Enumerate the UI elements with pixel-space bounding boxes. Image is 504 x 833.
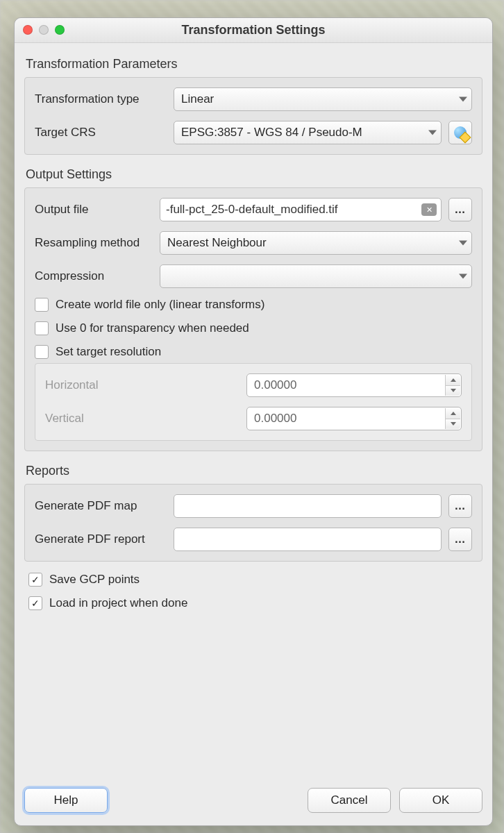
generate-pdf-report-input[interactable] xyxy=(174,528,442,551)
horizontal-resolution-label: Horizontal xyxy=(45,378,240,392)
transformation-type-dropdown[interactable]: Linear xyxy=(174,87,472,111)
browse-pdf-map-button[interactable]: … xyxy=(448,494,472,518)
output-file-input[interactable]: -full-pct_25-0-default_modified.tif ✕ xyxy=(160,198,442,221)
use-zero-transparency-label: Use 0 for transparency when needed xyxy=(56,321,249,335)
output-file-label: Output file xyxy=(35,203,153,217)
titlebar: Transformation Settings xyxy=(15,18,492,43)
resampling-method-dropdown[interactable]: Nearest Neighbour xyxy=(160,231,472,255)
zoom-window-button[interactable] xyxy=(55,25,65,35)
reports-group: Generate PDF map … Generate PDF report … xyxy=(24,484,482,562)
transformation-parameters-group: Transformation type Linear Target CRS EP… xyxy=(24,77,482,155)
horizontal-step-down-button[interactable] xyxy=(445,386,460,396)
browse-output-file-button[interactable]: … xyxy=(448,198,472,221)
compression-label: Compression xyxy=(35,269,153,283)
globe-icon xyxy=(454,126,467,139)
chevron-down-icon xyxy=(459,241,467,246)
minimize-window-button[interactable] xyxy=(39,25,49,35)
chevron-down-icon xyxy=(428,131,437,135)
transformation-type-label: Transformation type xyxy=(35,92,167,106)
save-gcp-checkbox[interactable]: ✓ xyxy=(28,573,42,587)
resampling-method-label: Resampling method xyxy=(35,236,153,250)
set-target-resolution-checkbox[interactable] xyxy=(35,345,49,359)
generate-pdf-map-input[interactable] xyxy=(174,494,442,518)
generate-pdf-map-label: Generate PDF map xyxy=(35,499,167,513)
vertical-resolution-input[interactable]: 0.00000 xyxy=(246,407,462,430)
transformation-settings-dialog: Transformation Settings Transformation P… xyxy=(14,17,493,826)
root-options: ✓ Save GCP points ✓ Load in project when… xyxy=(24,573,482,610)
cancel-button[interactable]: Cancel xyxy=(308,788,391,813)
horizontal-step-up-button[interactable] xyxy=(445,375,460,386)
select-crs-button[interactable] xyxy=(448,121,472,144)
chevron-down-icon xyxy=(459,97,467,102)
load-in-project-label: Load in project when done xyxy=(49,596,187,610)
target-crs-dropdown[interactable]: EPSG:3857 - WGS 84 / Pseudo-M xyxy=(174,121,442,144)
vertical-resolution-label: Vertical xyxy=(45,412,240,426)
create-world-file-checkbox[interactable] xyxy=(35,298,49,312)
create-world-file-label: Create world file only (linear transform… xyxy=(56,298,264,312)
target-crs-label: Target CRS xyxy=(35,126,167,140)
transformation-type-value: Linear xyxy=(181,92,214,106)
compression-dropdown[interactable] xyxy=(160,264,472,288)
target-resolution-group: Horizontal 0.00000 Vertical 0.00000 xyxy=(35,363,472,441)
output-settings-group: Output file -full-pct_25-0-default_modif… xyxy=(24,187,482,451)
chevron-down-icon xyxy=(459,274,467,279)
generate-pdf-report-label: Generate PDF report xyxy=(35,532,167,546)
window-title: Transformation Settings xyxy=(15,23,492,37)
horizontal-resolution-input[interactable]: 0.00000 xyxy=(246,373,462,397)
output-file-value: -full-pct_25-0-default_modified.tif xyxy=(166,203,338,217)
close-window-button[interactable] xyxy=(23,25,33,35)
use-zero-transparency-checkbox[interactable] xyxy=(35,321,49,335)
output-settings-title: Output Settings xyxy=(26,167,482,182)
vertical-resolution-value: 0.00000 xyxy=(254,412,296,426)
save-gcp-label: Save GCP points xyxy=(49,573,140,587)
window-controls xyxy=(23,25,65,35)
help-button[interactable]: Help xyxy=(24,788,108,813)
browse-pdf-report-button[interactable]: … xyxy=(448,528,472,551)
target-crs-value: EPSG:3857 - WGS 84 / Pseudo-M xyxy=(181,126,362,140)
set-target-resolution-label: Set target resolution xyxy=(56,345,161,359)
dialog-footer: Help Cancel OK xyxy=(15,778,492,825)
transformation-parameters-title: Transformation Parameters xyxy=(26,57,482,71)
clear-output-file-button[interactable]: ✕ xyxy=(421,203,437,216)
reports-title: Reports xyxy=(26,464,482,478)
resampling-method-value: Nearest Neighbour xyxy=(167,236,267,250)
load-in-project-checkbox[interactable]: ✓ xyxy=(28,596,42,610)
vertical-step-down-button[interactable] xyxy=(445,419,460,430)
ok-button[interactable]: OK xyxy=(399,788,482,813)
dialog-content: Transformation Parameters Transformation… xyxy=(15,43,492,778)
horizontal-resolution-value: 0.00000 xyxy=(254,378,296,392)
vertical-step-up-button[interactable] xyxy=(445,408,460,419)
